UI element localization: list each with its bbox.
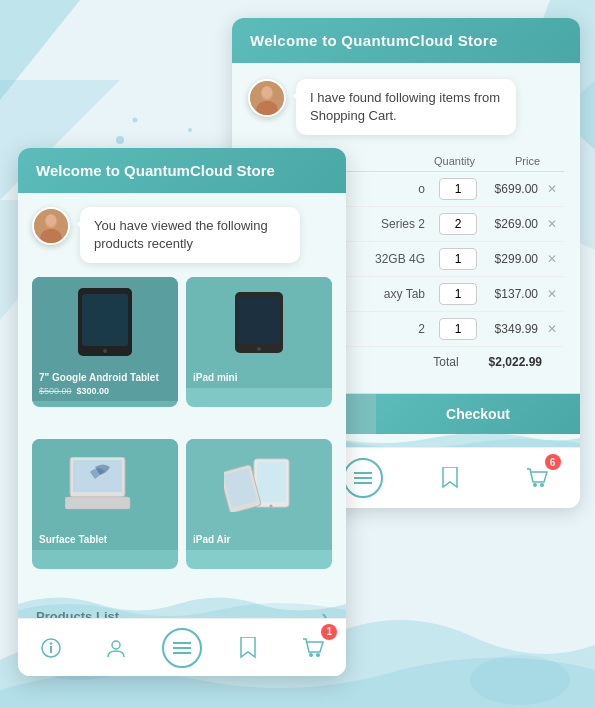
left-panel-nav: 1 bbox=[18, 618, 346, 676]
nav-person-button-left[interactable] bbox=[96, 628, 136, 668]
qty-input-4[interactable] bbox=[439, 283, 477, 305]
left-panel-body: You have viewed the following products r… bbox=[18, 193, 346, 650]
left-chat-message: You have viewed the following products r… bbox=[94, 218, 268, 251]
nav-menu-button-left[interactable] bbox=[162, 628, 202, 668]
svg-point-42 bbox=[112, 641, 120, 649]
svg-point-36 bbox=[270, 504, 273, 507]
svg-point-30 bbox=[257, 347, 261, 351]
remove-btn-3[interactable]: ✕ bbox=[544, 252, 560, 266]
svg-point-47 bbox=[316, 653, 320, 657]
remove-btn-2[interactable]: ✕ bbox=[544, 217, 560, 231]
svg-point-8 bbox=[116, 136, 124, 144]
remove-btn-4[interactable]: ✕ bbox=[544, 287, 560, 301]
col-quantity-header: Quantity bbox=[434, 155, 475, 167]
right-chat-area: I have found following items from Shoppi… bbox=[248, 79, 564, 135]
right-speech-bubble: I have found following items from Shoppi… bbox=[296, 79, 516, 135]
product-card-2[interactable]: iPad mini bbox=[186, 277, 332, 407]
product-3-name: Surface Tablet bbox=[39, 534, 171, 545]
product-card-1[interactable]: 7" Google Android Tablet $500.00 $300.00… bbox=[32, 277, 178, 407]
nav-bookmark-button[interactable] bbox=[430, 458, 470, 498]
svg-point-14 bbox=[262, 86, 273, 99]
total-label: Total bbox=[433, 355, 458, 369]
nav-info-button[interactable] bbox=[31, 628, 71, 668]
product-1-price-new: $300.00 bbox=[77, 386, 110, 396]
left-panel-header: Welcome to QuantumCloud Store bbox=[18, 148, 346, 193]
qty-input-5[interactable] bbox=[439, 318, 477, 340]
remove-btn-1[interactable]: ✕ bbox=[544, 182, 560, 196]
product-1-name: 7" Google Android Tablet bbox=[39, 372, 171, 384]
left-speech-bubble: You have viewed the following products r… bbox=[80, 207, 300, 263]
remove-btn-5[interactable]: ✕ bbox=[544, 322, 560, 336]
left-panel-title: Welcome to QuantumCloud Store bbox=[36, 162, 275, 179]
svg-rect-29 bbox=[238, 297, 280, 344]
product-4-name: iPad Air bbox=[193, 534, 325, 545]
nav-cart-button-left[interactable]: 1 bbox=[293, 628, 333, 668]
svg-rect-35 bbox=[257, 462, 286, 502]
nav-menu-button[interactable] bbox=[343, 458, 383, 498]
svg-point-6 bbox=[470, 655, 570, 705]
left-panel: Welcome to QuantumCloud Store You have v… bbox=[18, 148, 346, 676]
nav-cart-button[interactable]: 6 bbox=[517, 458, 557, 498]
svg-point-20 bbox=[540, 483, 544, 487]
products-grid: 7" Google Android Tablet $500.00 $300.00… bbox=[32, 277, 332, 569]
right-chat-message: I have found following items from Shoppi… bbox=[310, 90, 500, 123]
total-amount: $2,022.99 bbox=[489, 355, 542, 369]
svg-point-19 bbox=[533, 483, 537, 487]
right-panel-title: Welcome to QuantumCloud Store bbox=[250, 32, 498, 49]
product-2-name: iPad mini bbox=[193, 372, 325, 383]
svg-rect-26 bbox=[82, 294, 128, 346]
product-card-3[interactable]: Surface Tablet bbox=[32, 439, 178, 569]
qty-input-1[interactable] bbox=[439, 178, 477, 200]
svg-point-46 bbox=[309, 653, 313, 657]
svg-point-10 bbox=[133, 118, 138, 123]
svg-marker-0 bbox=[0, 0, 80, 100]
avatar bbox=[248, 79, 286, 117]
left-chat-area: You have viewed the following products r… bbox=[32, 207, 332, 263]
product-card-4[interactable]: iPad Air bbox=[186, 439, 332, 569]
svg-rect-33 bbox=[65, 497, 130, 509]
svg-point-24 bbox=[46, 214, 57, 227]
left-avatar bbox=[32, 207, 70, 245]
svg-point-9 bbox=[188, 128, 192, 132]
col-price-header: Price bbox=[515, 155, 540, 167]
qty-input-3[interactable] bbox=[439, 248, 477, 270]
product-1-price-old: $500.00 bbox=[39, 386, 72, 396]
nav-bookmark-button-left[interactable] bbox=[228, 628, 268, 668]
svg-point-27 bbox=[103, 349, 107, 353]
right-panel-header: Welcome to QuantumCloud Store bbox=[232, 18, 580, 63]
qty-input-2[interactable] bbox=[439, 213, 477, 235]
svg-point-41 bbox=[50, 642, 52, 644]
left-cart-badge: 1 bbox=[321, 624, 337, 640]
cart-badge: 6 bbox=[545, 454, 561, 470]
